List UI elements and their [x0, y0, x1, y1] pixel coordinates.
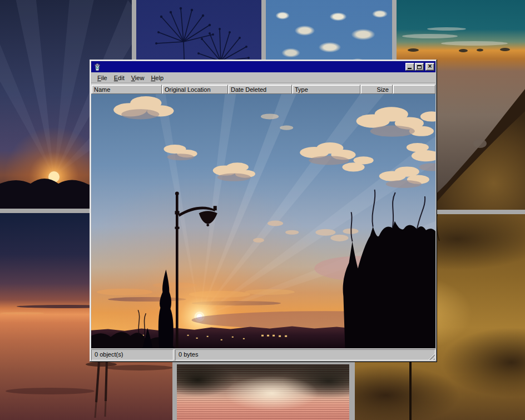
menu-bar: File Edit View Help [91, 72, 435, 83]
close-icon: × [428, 63, 432, 69]
water-reflection-photo [177, 364, 349, 420]
column-header-date-deleted[interactable]: Date Deleted [228, 85, 292, 94]
minimize-icon [408, 68, 412, 69]
menu-file[interactable]: File [94, 73, 111, 82]
status-bar: 0 object(s) 0 bytes [91, 348, 435, 360]
menu-separator [91, 83, 435, 84]
menu-help[interactable]: Help [147, 73, 167, 82]
status-object-count: 0 object(s) [91, 349, 174, 360]
recycle-bin-icon[interactable] [93, 63, 102, 71]
list-view-background-photo [91, 94, 435, 348]
status-size: 0 bytes [175, 349, 435, 360]
desktop: × File Edit View Help Name Original Loca… [0, 0, 525, 420]
column-header-row: Name Original Location Date Deleted Type… [91, 85, 435, 94]
menu-view[interactable]: View [128, 73, 148, 82]
close-button[interactable]: × [425, 63, 434, 71]
column-header-size[interactable]: Size [360, 85, 393, 94]
title-bar[interactable]: × [91, 61, 435, 72]
column-header-name[interactable]: Name [91, 85, 162, 94]
minimize-button[interactable] [405, 63, 414, 71]
column-header-type[interactable]: Type [292, 85, 360, 94]
recycle-bin-window: × File Edit View Help Name Original Loca… [90, 60, 437, 362]
maximize-icon [417, 65, 422, 69]
maximize-button[interactable] [415, 63, 424, 71]
column-header-original-location[interactable]: Original Location [162, 85, 228, 94]
menu-edit[interactable]: Edit [111, 73, 128, 82]
column-header-blank[interactable] [393, 85, 435, 94]
